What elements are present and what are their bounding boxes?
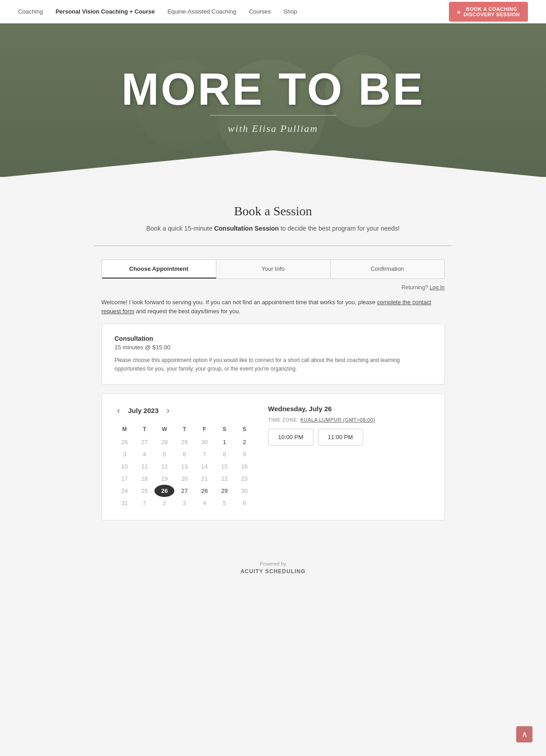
cal-day: 4 <box>135 448 154 460</box>
calendar-right: Wednesday, July 26 TIME ZONE: KUALA LUMP… <box>268 405 432 509</box>
cal-day: 5 <box>154 448 174 460</box>
cal-day-selected[interactable]: 26 <box>154 485 174 497</box>
login-link[interactable]: Log In <box>429 284 444 291</box>
day-header-thu: T <box>174 424 194 436</box>
cal-day: 6 <box>174 448 194 460</box>
time-slots: 10:00 PM 11:00 PM <box>268 429 432 445</box>
scroll-to-top-button[interactable]: ∧ <box>516 726 532 742</box>
time-slot-10pm[interactable]: 10:00 PM <box>268 429 313 445</box>
double-arrow-icon: » <box>457 8 461 15</box>
day-header-mon: M <box>115 424 135 436</box>
cal-day-active[interactable]: 28 <box>195 485 215 497</box>
cal-day: 28 <box>154 436 174 448</box>
cal-day-active[interactable]: 27 <box>174 485 194 497</box>
navigation: Coaching Personal Vision Coaching + Cour… <box>0 0 546 23</box>
cal-day: 8 <box>215 448 234 460</box>
cal-day: 10 <box>115 460 135 473</box>
timezone-link[interactable]: KUALA LUMPUR (GMT+08:00) <box>300 417 375 422</box>
nav-links: Coaching Personal Vision Coaching + Cour… <box>18 8 297 15</box>
calendar-month: July 2023 <box>128 407 159 414</box>
cal-day: 21 <box>195 473 215 485</box>
consultation-title: Consultation <box>115 335 432 342</box>
table-row: 10 11 12 13 14 15 16 <box>115 460 255 473</box>
cal-day: 13 <box>174 460 194 473</box>
table-row: 26 27 28 29 30 1 2 <box>115 436 255 448</box>
cal-day: 23 <box>234 473 254 485</box>
cal-day: 29 <box>174 436 194 448</box>
calendar-nav: ‹ July 2023 › <box>115 405 255 416</box>
cal-day: 2 <box>154 497 174 509</box>
cal-day: 11 <box>135 460 154 473</box>
cal-day: 7 <box>195 448 215 460</box>
hero-section: MORE TO BE with Elisa Pulliam <box>0 23 546 177</box>
cal-day: 6 <box>234 497 254 509</box>
next-month-button[interactable]: › <box>164 405 172 416</box>
table-row: 24 25 26 27 28 29 30 <box>115 485 255 497</box>
returning-text: Returning? Log In <box>102 284 445 291</box>
cal-day: 9 <box>234 448 254 460</box>
nav-shop[interactable]: Shop <box>284 8 297 15</box>
section-divider <box>94 246 451 246</box>
calendar-card: ‹ July 2023 › M T W T F S S <box>102 394 445 520</box>
hero-title: MORE TO BE <box>121 66 425 111</box>
cal-day: 30 <box>234 485 254 497</box>
cal-day: 7 <box>135 497 154 509</box>
cal-day: 30 <box>195 436 215 448</box>
day-header-sat: S <box>215 424 234 436</box>
consultation-card: Consultation 15 minutes @ $15.00 Please … <box>102 324 445 385</box>
timezone-label: TIME ZONE: KUALA LUMPUR (GMT+08:00) <box>268 417 432 422</box>
day-header-wed: W <box>154 424 174 436</box>
subtitle-post: to decide the best program for your need… <box>279 225 400 232</box>
cal-day: 18 <box>135 473 154 485</box>
hero-divider <box>210 115 336 116</box>
nav-coaching[interactable]: Coaching <box>18 8 43 15</box>
nav-equine[interactable]: Equine-Assisted Coaching <box>168 8 236 15</box>
calendar-left: ‹ July 2023 › M T W T F S S <box>115 405 255 509</box>
cal-day: 17 <box>115 473 135 485</box>
cal-day: 22 <box>215 473 234 485</box>
cta-label: BOOK A COACHINGDISCOVERY SESSION <box>463 6 520 17</box>
cal-day: 24 <box>115 485 135 497</box>
cal-day: 16 <box>234 460 254 473</box>
cal-day: 3 <box>115 448 135 460</box>
table-row: 3 4 5 6 7 8 9 <box>115 448 255 460</box>
nav-courses[interactable]: Courses <box>249 8 271 15</box>
day-header-fri: F <box>195 424 215 436</box>
cal-day: 15 <box>215 460 234 473</box>
cal-day: 12 <box>154 460 174 473</box>
consultation-description: Please choose this appointment option if… <box>115 356 432 373</box>
tab-your-info[interactable]: Your Info <box>216 260 331 278</box>
calendar-grid: M T W T F S S 26 27 28 <box>115 424 255 509</box>
footer-powered-by: Powered by <box>14 561 532 566</box>
cal-day-active[interactable]: 2 <box>234 436 254 448</box>
section-subtitle: Book a quick 15-minute Consultation Sess… <box>18 225 528 232</box>
welcome-message: Welcome! I look forward to serving you. … <box>102 298 445 315</box>
prev-month-button[interactable]: ‹ <box>115 405 123 416</box>
booking-tabs: Choose Appointment Your Info Confirmatio… <box>102 260 445 279</box>
footer-brand: ACUITY SCHEDULING <box>14 568 532 575</box>
selected-date-header: Wednesday, July 26 <box>268 405 432 413</box>
cal-day-active[interactable]: 29 <box>215 485 234 497</box>
tabs-container: Choose Appointment Your Info Confirmatio… <box>102 260 445 279</box>
cal-day: 14 <box>195 460 215 473</box>
cal-day: 20 <box>174 473 194 485</box>
tab-choose-appointment[interactable]: Choose Appointment <box>102 260 216 278</box>
nav-personal-vision[interactable]: Personal Vision Coaching + Course <box>56 8 155 15</box>
tab-confirmation[interactable]: Confirmation <box>331 260 444 278</box>
cal-day: 5 <box>215 497 234 509</box>
page-title: Book a Session <box>18 204 528 218</box>
cal-day: 26 <box>115 436 135 448</box>
hero-subtitle: with Elisa Pulliam <box>228 123 318 135</box>
cal-day-active[interactable]: 1 <box>215 436 234 448</box>
footer: Powered by ACUITY SCHEDULING <box>0 547 546 588</box>
time-slot-11pm[interactable]: 11:00 PM <box>318 429 363 445</box>
subtitle-pre: Book a quick 15-minute <box>146 225 214 232</box>
day-header-sun: S <box>234 424 254 436</box>
day-header-tue: T <box>135 424 154 436</box>
cal-day: 19 <box>154 473 174 485</box>
calendar-layout: ‹ July 2023 › M T W T F S S <box>115 405 432 509</box>
subtitle-bold: Consultation Session <box>214 225 279 232</box>
book-session-button[interactable]: » BOOK A COACHINGDISCOVERY SESSION <box>449 2 528 22</box>
table-row: 17 18 19 20 21 22 23 <box>115 473 255 485</box>
cal-day: 31 <box>115 497 135 509</box>
